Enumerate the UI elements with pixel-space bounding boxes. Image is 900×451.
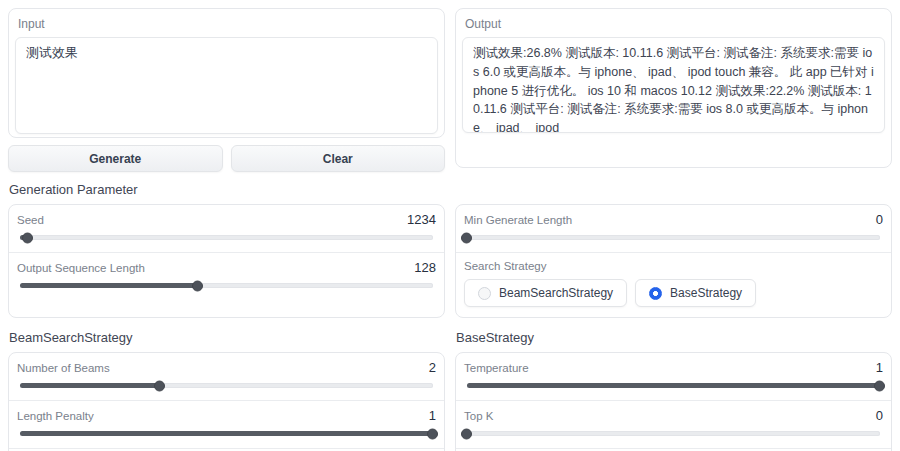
output-sequence-length-slider-handle[interactable] [192,280,203,291]
min-generate-length-slider-group: Min Generate Length 0 [456,205,891,253]
top-k-value: 0 [876,408,885,423]
temperature-slider-track[interactable] [467,383,880,388]
strategy-headers-row: BeamSearchStrategy BaseStrategy [8,318,892,352]
input-panel: Input 测试效果 [8,8,445,138]
length-penalty-label: Length Penalty [15,410,94,422]
radio-circle-icon [649,287,662,300]
output-textbox: 测试效果:26.8% 测试版本: 10.11.6 测试平台: 测试备注: 系统要… [462,37,885,133]
temperature-slider-handle[interactable] [874,380,885,391]
temperature-slider-fill [467,383,880,388]
length-penalty-slider-fill [20,431,433,436]
radio-beamsearchstrategy[interactable]: BeamSearchStrategy [464,279,627,307]
button-row: Generate Clear [8,145,445,172]
base-strategy-header: BaseStrategy [456,330,892,345]
number-of-beams-label: Number of Beams [15,362,110,374]
min-generate-length-slider-handle[interactable] [461,232,472,243]
output-sequence-length-slider-group: Output Sequence Length 128 [9,253,444,300]
min-generate-length-label: Min Generate Length [462,214,572,226]
seed-label: Seed [15,214,44,226]
output-panel: Output 测试效果:26.8% 测试版本: 10.11.6 测试平台: 测试… [455,8,892,168]
temperature-slider-group: Temperature 1 [456,353,891,401]
radio-basestrategy[interactable]: BaseStrategy [635,279,756,307]
base-strategy-box: Temperature 1 Top K 0 [455,352,892,451]
seed-slider-fill [20,235,28,240]
radio-circle-icon [478,287,491,300]
seed-slider-track[interactable] [20,235,433,240]
length-penalty-slider-group: Length Penalty 1 [9,401,444,449]
generation-parameter-header: Generation Parameter [9,182,892,197]
strategy-parameter-row: Number of Beams 2 Length Penalty 1 [8,352,892,451]
search-strategy-label: Search Strategy [462,260,546,272]
top-k-label: Top K [462,410,493,422]
seed-slider-group: Seed 1234 [9,205,444,253]
io-row: Input 测试效果 Generate Clear Output 测试效果:26… [8,8,892,172]
min-generate-length-value: 0 [876,212,885,227]
temperature-label: Temperature [462,362,529,374]
number-of-beams-slider-handle[interactable] [154,380,165,391]
generation-parameter-row: Seed 1234 Output Sequence Length 128 [8,204,892,318]
number-of-beams-slider-fill [20,383,160,388]
output-sequence-length-slider-track[interactable] [20,283,433,288]
length-penalty-slider-handle[interactable] [427,428,438,439]
search-strategy-group: Search Strategy BeamSearchStrategy BaseS… [456,253,891,317]
radio-basestrategy-label: BaseStrategy [670,286,742,300]
top-k-slider-handle[interactable] [461,428,472,439]
generate-button[interactable]: Generate [8,145,223,172]
beam-search-strategy-header: BeamSearchStrategy [9,330,445,345]
clear-button[interactable]: Clear [231,145,446,172]
output-sequence-length-slider-fill [20,283,198,288]
number-of-beams-slider-track[interactable] [20,383,433,388]
generation-parameter-left-box: Seed 1234 Output Sequence Length 128 [8,204,445,318]
top-k-slider-track[interactable] [467,431,880,436]
gradio-app: Input 测试效果 Generate Clear Output 测试效果:26… [0,0,900,451]
output-sequence-length-value: 128 [414,260,438,275]
beam-search-strategy-box: Number of Beams 2 Length Penalty 1 [8,352,445,451]
seed-value: 1234 [407,212,438,227]
search-strategy-radio-group: BeamSearchStrategy BaseStrategy [464,279,885,307]
input-textarea[interactable]: 测试效果 [15,37,438,134]
generation-parameter-right-box: Min Generate Length 0 Search Strategy [455,204,892,318]
input-label: Input [18,17,438,31]
length-penalty-value: 1 [429,408,438,423]
radio-beamsearchstrategy-label: BeamSearchStrategy [499,286,613,300]
number-of-beams-value: 2 [429,360,438,375]
top-k-slider-group: Top K 0 [456,401,891,449]
output-label: Output [465,17,885,31]
min-generate-length-slider-track[interactable] [467,235,880,240]
temperature-value: 1 [876,360,885,375]
number-of-beams-slider-group: Number of Beams 2 [9,353,444,401]
seed-slider-handle[interactable] [22,232,33,243]
length-penalty-slider-track[interactable] [20,431,433,436]
output-sequence-length-label: Output Sequence Length [15,262,145,274]
